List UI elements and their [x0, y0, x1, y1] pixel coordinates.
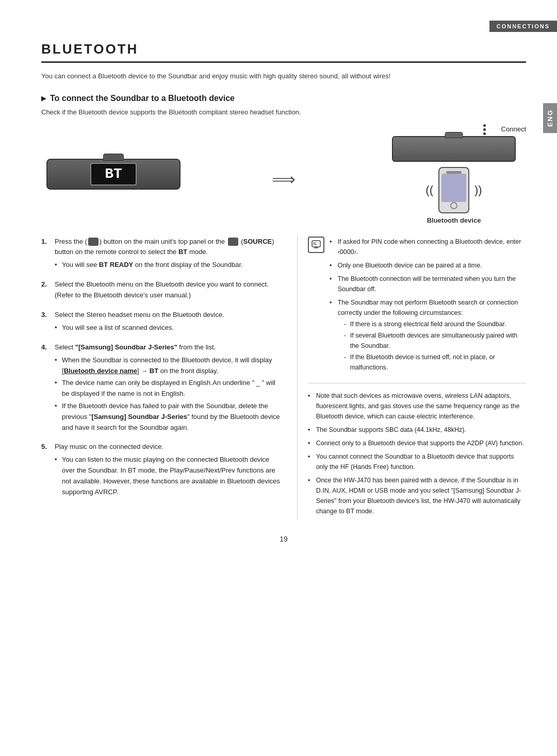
left-column: 1. Press the () button on the main unit'…	[41, 237, 282, 519]
page-number: 19	[41, 535, 526, 543]
notice-1: If asked for PIN code when connecting a …	[330, 237, 526, 257]
notice-8: You cannot connect the Soundbar to a Blu…	[308, 451, 526, 472]
soundbar-right	[392, 136, 516, 162]
connect-dots	[483, 124, 499, 135]
circumstance-2: If several Bluetooth devices are simulta…	[343, 330, 526, 351]
notice-3: The Bluetooth connection will be termina…	[330, 274, 526, 294]
step-3-number: 3.	[41, 310, 51, 335]
page-container: CONNECTIONS ENG BLUETOOTH You can connec…	[0, 0, 557, 756]
circumstance-1: If there is a strong electrical field ar…	[343, 319, 526, 329]
notice-9: Once the HW-J470 has been paired with a …	[308, 475, 526, 516]
step-3: 3. Select the Stereo headset menu on the…	[41, 310, 282, 335]
step-1: 1. Press the () button on the main unit'…	[41, 237, 282, 272]
bt-device-label: Bluetooth device	[427, 216, 481, 224]
step-4-number: 4.	[41, 342, 51, 434]
section-heading: To connect the Soundbar to a Bluetooth d…	[41, 94, 526, 103]
divider	[308, 383, 526, 383]
step-5: 5. Play music on the connected device. Y…	[41, 442, 282, 499]
page-title: BLUETOOTH	[41, 41, 526, 63]
wave-left-icon: ((	[425, 183, 433, 197]
svg-rect-0	[312, 241, 320, 247]
step-4: 4. Select "[Samsung] Soundbar J-Series" …	[41, 342, 282, 434]
arrow: ⟹	[272, 170, 296, 189]
circumstance-3: If the Bluetooth device is turned off, n…	[343, 352, 526, 373]
soundbar-device: BT	[46, 159, 181, 190]
connections-label: CONNECTIONS	[489, 21, 557, 32]
step-3-content: Select the Stereo headset menu on the Bl…	[55, 310, 282, 335]
phone-screen	[441, 174, 466, 201]
phone-button	[450, 202, 457, 209]
soundbar-bump	[103, 154, 124, 161]
step-4-content: Select "[Samsung] Soundbar J-Series" fro…	[55, 342, 282, 434]
notice-2: Only one Bluetooth device can be paired …	[330, 260, 526, 271]
step-1-content: Press the () button on the main unit's t…	[55, 237, 282, 272]
right-column: If asked for PIN code when connecting a …	[297, 237, 526, 519]
sub-intro: Check if the Bluetooth device supports t…	[41, 108, 526, 116]
step-2-content: Select the Bluetooth menu on the Bluetoo…	[55, 279, 282, 303]
intro-text: You can connect a Bluetooth device to th…	[41, 71, 526, 81]
soundbar-left: BT	[41, 159, 186, 190]
bt-device-container: Connect (( )) Bluetooth device	[382, 124, 526, 224]
notice-6: The Soundbar supports SBC data (44.1kHz,…	[308, 425, 526, 435]
step-2: 2. Select the Bluetooth menu on the Blue…	[41, 279, 282, 303]
steps-list: 1. Press the () button on the main unit'…	[41, 237, 282, 499]
notice-5: Note that such devices as microwave oven…	[308, 391, 526, 422]
step-1-number: 1.	[41, 237, 51, 272]
notice-list-2: Note that such devices as microwave oven…	[308, 391, 526, 516]
eng-tab: ENG	[543, 103, 557, 133]
notice-icon	[308, 237, 324, 253]
circumstances-list: If there is a strong electrical field ar…	[338, 319, 526, 373]
bt-display: BT	[90, 163, 137, 186]
main-content: 1. Press the () button on the main unit'…	[41, 237, 526, 519]
notice-area: If asked for PIN code when connecting a …	[308, 237, 526, 376]
wave-right-icon: ))	[474, 183, 482, 197]
connect-label: Connect	[501, 125, 526, 133]
phone-wrapper: (( ))	[425, 167, 482, 213]
step-2-number: 2.	[41, 279, 51, 303]
notice-list: If asked for PIN code when connecting a …	[330, 237, 526, 376]
notice-7: Connect only to a Bluetooth device that …	[308, 438, 526, 448]
diagram-row: BT ⟹ Connect ((	[41, 124, 526, 224]
notice-4: The Soundbar may not perform Bluetooth s…	[330, 297, 526, 373]
phone-device	[438, 167, 469, 213]
step-5-content: Play music on the connected device. You …	[55, 442, 282, 499]
step-5-number: 5.	[41, 442, 51, 499]
soundbar-right-bump	[445, 132, 463, 138]
